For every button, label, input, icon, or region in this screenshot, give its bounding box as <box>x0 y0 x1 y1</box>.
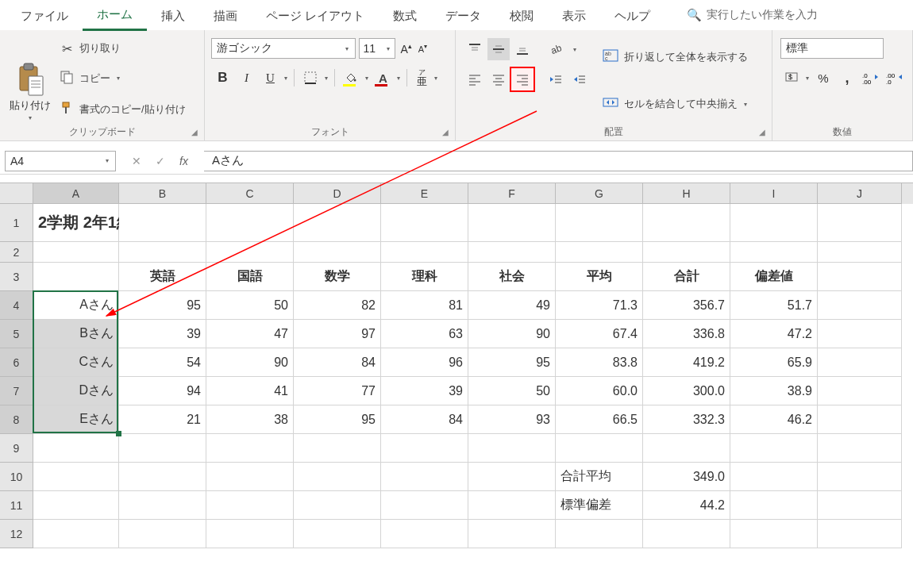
cell-E4[interactable]: 81 <box>381 291 468 320</box>
cell-H8[interactable]: 332.3 <box>643 405 730 434</box>
decrease-decimal-button[interactable]: .00.0 <box>884 67 906 89</box>
row-header-11[interactable]: 11 <box>0 491 33 520</box>
cell-E7[interactable]: 39 <box>381 377 468 405</box>
cell-F12[interactable] <box>468 520 556 548</box>
row-header-3[interactable]: 3 <box>0 263 33 291</box>
menu-tab-2[interactable]: 挿入 <box>147 1 199 30</box>
cell-F8[interactable]: 93 <box>468 405 556 434</box>
align-top-button[interactable] <box>464 38 486 60</box>
cell-C11[interactable] <box>206 491 294 520</box>
column-header-B[interactable]: B <box>119 183 206 204</box>
bold-button[interactable]: B <box>211 67 233 89</box>
format-painter-button[interactable]: 書式のコピー/貼り付け <box>59 101 186 118</box>
increase-decimal-button[interactable]: .0.00 <box>860 67 882 89</box>
menu-tab-7[interactable]: 校閲 <box>495 1 548 30</box>
chevron-down-icon[interactable]: ▾ <box>323 75 329 82</box>
wrap-text-button[interactable]: abc 折り返して全体を表示する <box>602 48 749 66</box>
cell-C12[interactable] <box>206 520 294 548</box>
cell-D4[interactable]: 82 <box>294 291 381 320</box>
cell-A5[interactable]: Bさん <box>33 320 119 348</box>
name-box[interactable]: A4 ▾ <box>5 151 116 171</box>
percent-button[interactable]: % <box>812 67 834 89</box>
cell-D11[interactable] <box>294 491 381 520</box>
row-header-2[interactable]: 2 <box>0 242 33 263</box>
cell-F6[interactable]: 95 <box>468 348 556 377</box>
cell-C10[interactable] <box>206 463 294 491</box>
row-header-6[interactable]: 6 <box>0 348 33 377</box>
cell-B3[interactable]: 英語 <box>119 263 206 291</box>
cell-G6[interactable]: 83.8 <box>556 348 643 377</box>
cell-G8[interactable]: 66.5 <box>556 405 643 434</box>
row-header-1[interactable]: 1 <box>0 204 33 242</box>
comma-button[interactable]: , <box>836 67 858 89</box>
cell-C1[interactable] <box>206 204 294 242</box>
cell-J8[interactable] <box>818 405 902 434</box>
menu-tab-4[interactable]: ページ レイアウト <box>252 1 379 30</box>
column-header-C[interactable]: C <box>206 183 294 204</box>
cell-J1[interactable] <box>818 204 902 242</box>
cell-E8[interactable]: 84 <box>381 405 468 434</box>
cell-J4[interactable] <box>818 291 902 320</box>
cell-D12[interactable] <box>294 520 381 548</box>
menu-tab-1[interactable]: ホーム <box>83 0 147 31</box>
dialog-launcher-icon[interactable]: ◢ <box>191 128 201 137</box>
cell-I2[interactable] <box>730 242 818 263</box>
cell-D7[interactable]: 77 <box>294 377 381 405</box>
cell-A11[interactable] <box>33 491 119 520</box>
cut-button[interactable]: ✂ 切り取り <box>59 41 186 56</box>
cell-G10[interactable]: 合計平均 <box>556 463 643 491</box>
column-header-H[interactable]: H <box>643 183 730 204</box>
cell-H9[interactable] <box>643 434 730 463</box>
cell-J3[interactable] <box>818 263 902 291</box>
chevron-down-icon[interactable]: ▾ <box>395 75 402 82</box>
row-header-5[interactable]: 5 <box>0 320 33 348</box>
cell-G9[interactable] <box>556 434 643 463</box>
enter-formula-icon[interactable]: ✓ <box>156 155 165 167</box>
underline-button[interactable]: U <box>259 67 281 89</box>
merge-center-button[interactable]: セルを結合して中央揃え ▾ <box>602 95 749 113</box>
dialog-launcher-icon[interactable]: ◢ <box>759 128 769 137</box>
cell-B4[interactable]: 95 <box>119 291 206 320</box>
cell-B8[interactable]: 21 <box>119 405 206 434</box>
spreadsheet-grid[interactable]: ABCDEFGHIJ 12学期 2年1組 中間試験成績表23英語国語数学理科社会… <box>0 183 913 548</box>
cell-G3[interactable]: 平均 <box>556 263 643 291</box>
cell-D1[interactable] <box>294 204 381 242</box>
cell-B7[interactable]: 94 <box>119 377 206 405</box>
cell-F5[interactable]: 90 <box>468 320 556 348</box>
cell-C2[interactable] <box>206 242 294 263</box>
cell-I3[interactable]: 偏差値 <box>730 263 818 291</box>
cell-F10[interactable] <box>468 463 556 491</box>
cell-H11[interactable]: 44.2 <box>643 491 730 520</box>
cell-C8[interactable]: 38 <box>206 405 294 434</box>
row-header-12[interactable]: 12 <box>0 520 33 548</box>
cell-A12[interactable] <box>33 520 119 548</box>
tell-me-search[interactable]: 🔍 実行したい作業を入力 <box>687 8 818 22</box>
cell-B2[interactable] <box>119 242 206 263</box>
cell-J12[interactable] <box>818 520 902 548</box>
cell-F1[interactable] <box>468 204 556 242</box>
fill-color-button[interactable] <box>340 67 362 89</box>
increase-indent-button[interactable] <box>568 68 591 90</box>
column-header-J[interactable]: J <box>818 183 902 204</box>
cell-I11[interactable] <box>730 491 818 520</box>
copy-button[interactable]: コピー ▾ <box>59 70 186 87</box>
cell-I4[interactable]: 51.7 <box>730 291 818 320</box>
orientation-button[interactable]: ab <box>545 38 570 60</box>
cell-J9[interactable] <box>818 434 902 463</box>
cell-G12[interactable] <box>556 520 643 548</box>
cell-C7[interactable]: 41 <box>206 377 294 405</box>
cell-F9[interactable] <box>468 434 556 463</box>
align-center-button[interactable] <box>487 68 510 90</box>
cell-A6[interactable]: Cさん <box>33 348 119 377</box>
cell-E3[interactable]: 理科 <box>381 263 468 291</box>
cell-A10[interactable] <box>33 463 119 491</box>
cell-A7[interactable]: Dさん <box>33 377 119 405</box>
select-all-corner[interactable] <box>0 183 33 204</box>
menu-tab-9[interactable]: ヘルプ <box>600 1 665 30</box>
cell-H2[interactable] <box>643 242 730 263</box>
cell-D9[interactable] <box>294 434 381 463</box>
column-header-F[interactable]: F <box>468 183 556 204</box>
cell-I8[interactable]: 46.2 <box>730 405 818 434</box>
chevron-down-icon[interactable]: ▾ <box>433 75 439 82</box>
menu-tab-0[interactable]: ファイル <box>6 1 83 30</box>
